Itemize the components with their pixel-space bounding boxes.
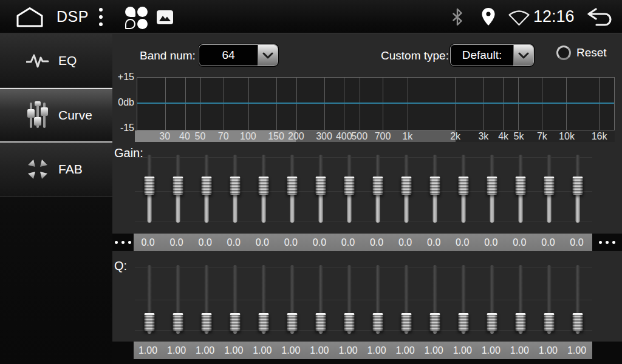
freq-tick-label: 200: [288, 130, 304, 142]
bluetooth-icon: [452, 8, 463, 28]
slider-thumb[interactable]: [516, 313, 526, 331]
slider-thumb[interactable]: [201, 313, 211, 331]
apps-petal: [137, 19, 148, 29]
sidebar-item-eq[interactable]: EQ: [0, 34, 112, 88]
slider-thumb[interactable]: [173, 177, 183, 195]
q-slider[interactable]: [507, 265, 535, 334]
dsp-app: DSP 12:16 EQ: [0, 0, 622, 364]
slider-thumb[interactable]: [230, 313, 240, 331]
y-tick-label: 0db: [112, 97, 134, 108]
eq-curve-plot[interactable]: [137, 77, 615, 130]
q-slider[interactable]: [535, 265, 564, 334]
q-slider[interactable]: [306, 265, 335, 334]
q-value: 1.00: [191, 342, 219, 359]
sidebar-item-label: Curve: [58, 108, 92, 123]
back-icon[interactable]: [586, 8, 614, 29]
sidebar-item-curve[interactable]: Curve: [0, 88, 112, 143]
gain-slider[interactable]: [478, 155, 507, 223]
q-slider[interactable]: [564, 265, 592, 334]
gain-slider[interactable]: [249, 155, 278, 223]
gain-slider[interactable]: [306, 155, 335, 223]
gain-more-left-button[interactable]: [112, 234, 134, 251]
slider-thumb[interactable]: [373, 177, 383, 195]
freq-tick-label: 150: [268, 130, 284, 142]
slider-thumb[interactable]: [402, 177, 412, 195]
apps-icon[interactable]: [125, 7, 148, 29]
q-slider[interactable]: [249, 265, 278, 334]
q-slider[interactable]: [335, 265, 363, 334]
gain-slider[interactable]: [135, 155, 163, 223]
slider-thumb[interactable]: [144, 177, 154, 195]
slider-thumb[interactable]: [258, 313, 268, 331]
sidebar-item-fab[interactable]: FAB: [0, 143, 112, 197]
gain-more-right-button[interactable]: [592, 234, 622, 251]
gain-slider[interactable]: [163, 155, 192, 223]
gain-slider[interactable]: [535, 155, 564, 223]
slider-thumb[interactable]: [373, 313, 383, 331]
gain-slider[interactable]: [507, 155, 535, 223]
slider-thumb[interactable]: [487, 177, 497, 195]
q-slider[interactable]: [392, 265, 421, 334]
gain-slider[interactable]: [449, 155, 478, 223]
slider-thumb[interactable]: [230, 177, 240, 195]
slider-thumb[interactable]: [344, 177, 354, 195]
q-slider[interactable]: [421, 265, 449, 334]
slider-thumb[interactable]: [315, 177, 326, 195]
q-value: 1.00: [276, 342, 305, 359]
gain-slider[interactable]: [421, 155, 449, 223]
slider-thumb[interactable]: [544, 177, 555, 195]
q-slider[interactable]: [364, 265, 392, 334]
gain-slider[interactable]: [220, 155, 249, 223]
q-slider[interactable]: [478, 265, 507, 334]
slider-thumb[interactable]: [173, 313, 183, 331]
q-slider[interactable]: [163, 265, 192, 334]
sidebar-item-label: EQ: [58, 53, 77, 68]
slider-thumb[interactable]: [201, 177, 211, 195]
q-slider[interactable]: [278, 265, 306, 334]
slider-thumb[interactable]: [144, 313, 154, 331]
slider-thumb[interactable]: [258, 177, 268, 195]
gallery-icon[interactable]: [157, 10, 173, 27]
slider-thumb[interactable]: [402, 313, 412, 331]
slider-thumb[interactable]: [287, 177, 297, 195]
slider-thumb[interactable]: [487, 313, 497, 331]
slider-thumb[interactable]: [344, 313, 354, 331]
slider-thumb[interactable]: [516, 177, 526, 195]
slider-thumb[interactable]: [315, 313, 326, 331]
q-slider-bank: [135, 265, 592, 334]
slider-thumb[interactable]: [459, 313, 469, 331]
overflow-menu-icon[interactable]: [97, 8, 104, 26]
gain-slider[interactable]: [335, 155, 363, 223]
gain-slider[interactable]: [392, 155, 421, 223]
gain-slider[interactable]: [278, 155, 306, 223]
slider-thumb[interactable]: [287, 313, 297, 331]
main-panel: Band num: 64 Custom type: Default: Reset…: [112, 34, 622, 364]
slider-thumb[interactable]: [544, 313, 555, 331]
slider-thumb[interactable]: [430, 313, 440, 331]
sidebar-item-label: FAB: [58, 162, 83, 177]
slider-thumb[interactable]: [573, 313, 583, 331]
wifi-icon: [508, 10, 530, 29]
home-icon[interactable]: [16, 7, 44, 30]
q-slider[interactable]: [135, 265, 163, 334]
reset-button[interactable]: Reset: [556, 46, 607, 60]
custom-type-dropdown[interactable]: Default:: [450, 44, 534, 66]
q-more-left-button[interactable]: [112, 342, 134, 359]
slider-thumb[interactable]: [573, 177, 583, 195]
freq-tick-label: 50: [194, 130, 205, 142]
gain-value: 0.0: [162, 234, 191, 251]
band-num-dropdown[interactable]: 64: [199, 44, 278, 66]
gain-slider[interactable]: [364, 155, 392, 223]
q-slider[interactable]: [192, 265, 220, 334]
slider-thumb[interactable]: [430, 177, 440, 195]
slider-thumb[interactable]: [459, 177, 469, 195]
gain-slider[interactable]: [192, 155, 220, 223]
sidebar: EQ Curve: [0, 34, 112, 364]
gain-slider[interactable]: [564, 155, 592, 223]
q-more-right-button[interactable]: [592, 342, 622, 359]
q-slider[interactable]: [220, 265, 249, 334]
q-value: 1.00: [477, 342, 505, 359]
gain-value: 0.0: [248, 234, 276, 251]
q-slider[interactable]: [449, 265, 478, 334]
gain-value-strip: 0.00.00.00.00.00.00.00.00.00.00.00.00.00…: [134, 234, 592, 251]
